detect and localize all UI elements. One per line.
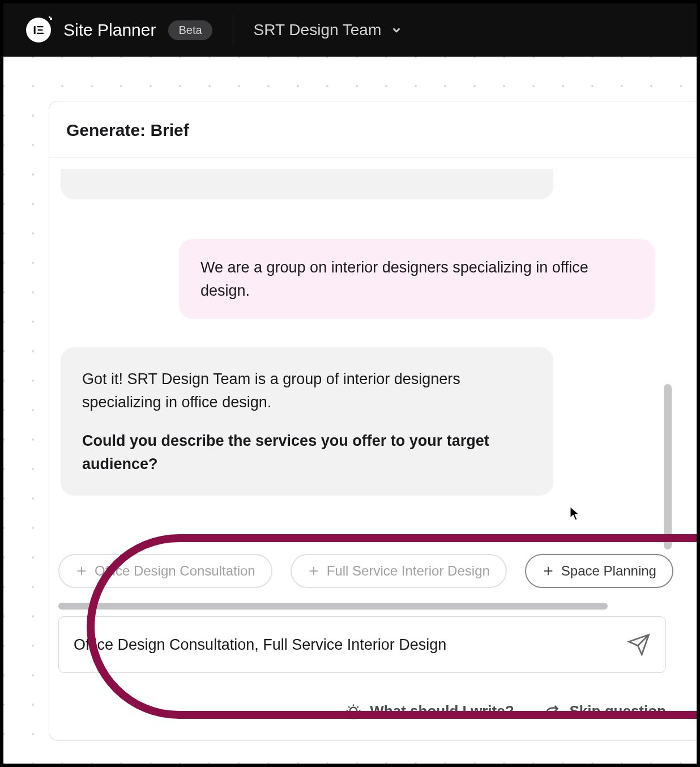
ai-message-partial bbox=[61, 169, 553, 199]
plus-icon bbox=[75, 565, 88, 577]
chat-area: We are a group on interior designers spe… bbox=[49, 157, 697, 740]
footer-actions: What should I write? Skip question bbox=[345, 702, 666, 720]
svg-line-12 bbox=[349, 706, 350, 708]
user-message: We are a group on interior designers spe… bbox=[179, 239, 655, 319]
chip-office-design-consultation[interactable]: Office Design Consultation bbox=[58, 554, 272, 588]
message-input-row bbox=[58, 616, 666, 673]
chip-label: Office Design Consultation bbox=[95, 563, 255, 579]
chip-label: Space Planning bbox=[561, 563, 656, 579]
ai-question-text: Could you describe the services you offe… bbox=[82, 429, 532, 475]
horizontal-scrollbar[interactable] bbox=[58, 603, 608, 610]
team-dropdown[interactable]: SRT Design Team bbox=[254, 21, 403, 39]
chip-label: Full Service Interior Design bbox=[327, 563, 490, 579]
svg-point-6 bbox=[350, 707, 357, 714]
skip-arrow-icon bbox=[545, 703, 562, 720]
panel-title: Generate: Brief bbox=[49, 101, 697, 157]
app-title: Site Planner bbox=[63, 20, 156, 40]
svg-line-13 bbox=[357, 706, 358, 708]
generate-panel: Generate: Brief We are a group on interi… bbox=[49, 101, 697, 741]
message-input[interactable] bbox=[74, 636, 627, 654]
plus-icon bbox=[308, 565, 320, 577]
chip-space-planning[interactable]: Space Planning bbox=[525, 554, 673, 588]
lightbulb-icon bbox=[345, 703, 362, 720]
divider bbox=[233, 15, 233, 45]
elementor-logo-icon: IΞ bbox=[26, 18, 51, 42]
beta-badge: Beta bbox=[168, 20, 212, 40]
top-bar: IΞ Site Planner Beta SRT Design Team bbox=[3, 3, 697, 57]
chevron-down-icon bbox=[390, 24, 403, 36]
team-name: SRT Design Team bbox=[254, 21, 382, 39]
hint-label: What should I write? bbox=[370, 702, 514, 720]
skip-button[interactable]: Skip question bbox=[545, 702, 666, 720]
send-icon[interactable] bbox=[627, 633, 651, 657]
ai-message-text: Got it! SRT Design Team is a group of in… bbox=[82, 368, 532, 414]
canvas-background: Generate: Brief We are a group on interi… bbox=[3, 57, 697, 764]
ai-message: Got it! SRT Design Team is a group of in… bbox=[61, 347, 553, 496]
suggestion-chips-row: Office Design Consultation Full Service … bbox=[58, 554, 697, 588]
vertical-scrollbar[interactable] bbox=[664, 384, 672, 549]
plus-icon bbox=[542, 565, 554, 577]
chip-full-service-interior-design[interactable]: Full Service Interior Design bbox=[291, 554, 507, 588]
skip-label: Skip question bbox=[570, 702, 666, 720]
hint-button[interactable]: What should I write? bbox=[345, 702, 514, 720]
